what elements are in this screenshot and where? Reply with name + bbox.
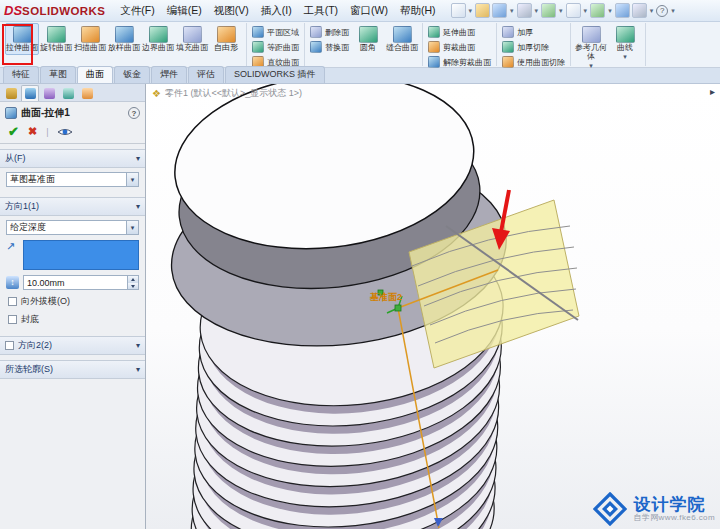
swept-surface-button[interactable]: 扫描曲面 [73,23,107,55]
chevron-down-icon[interactable]: ▾ [670,7,676,15]
tab-sheet-metal[interactable]: 钣金 [114,66,150,83]
tab-solidworks-addins[interactable]: SOLIDWORKS 插件 [225,66,325,83]
feature-manager-tree-tab[interactable] [2,85,20,101]
model-scene[interactable]: 基准面2 [146,84,720,529]
thickened-cut-button[interactable]: 加厚切除 [502,41,565,53]
document-breadcrumb[interactable]: ❖ 零件1 (默认<<默认>_显示状态 1>) [152,87,302,100]
reference-geometry-label: 参考几何体 [575,44,607,62]
knit-surface-button[interactable]: 缝合曲面 [385,23,419,55]
freeform-button[interactable]: 自由形 [209,23,243,55]
select-icon[interactable] [566,3,581,18]
thicken-label: 加厚 [517,27,533,38]
chevron-down-icon[interactable]: ▾ [607,7,613,15]
tab-surfaces[interactable]: 曲面 [77,66,113,83]
save-icon[interactable] [492,3,507,18]
confirm-bar: ✔ ✖ | [0,123,145,144]
draft-outward-row: 向外拔模(O) [8,295,139,308]
reverse-direction-icon[interactable]: ↗ [6,240,19,253]
feature-title: 曲面-拉伸1 [21,106,70,120]
flyout-tree-arrow-icon[interactable]: ▸ [710,86,715,97]
configuration-manager-tab[interactable] [40,85,58,101]
extend-surface-button[interactable]: 延伸曲面 [428,26,491,38]
curves-label: 曲线 [617,44,633,53]
filled-surface-button[interactable]: 填充曲面 [175,23,209,55]
selection-handle[interactable] [395,305,401,311]
chevron-down-icon[interactable]: ▾ [558,7,564,15]
boundary-surface-label: 边界曲面 [142,44,174,53]
depth-spinner[interactable]: 10.00mm [23,275,139,290]
draft-outward-checkbox[interactable] [8,297,17,306]
print-icon[interactable] [517,3,532,18]
graphics-viewport[interactable]: ❖ 零件1 (默认<<默认>_显示状态 1>) ▸ [146,84,720,529]
cut-with-surface-button[interactable]: 使用曲面切除 [502,56,565,68]
direction1-section-header[interactable]: 方向1(1) ▾ [0,197,145,216]
tab-evaluate[interactable]: 评估 [188,66,224,83]
menu-window[interactable]: 窗口(W) [345,2,393,20]
selected-contours-section-header[interactable]: 所选轮廓(S) ▾ [0,360,145,379]
preview-eye-icon[interactable] [57,127,73,137]
extruded-surface-button[interactable]: 拉伸曲面 [5,23,39,55]
file-properties-icon[interactable] [615,3,630,18]
cap-end-checkbox[interactable] [8,315,17,324]
menu-edit[interactable]: 编辑(E) [162,2,207,20]
tab-features[interactable]: 特征 [3,66,39,83]
solidworks-logo: DS SOLIDWORKS [4,3,105,18]
configurations-icon [44,88,55,99]
revolved-surface-icon [47,26,66,43]
planar-surface-button[interactable]: 平面区域 [252,26,299,38]
tab-weldments[interactable]: 焊件 [151,66,187,83]
lofted-surface-button[interactable]: 放样曲面 [107,23,141,55]
fillet-button[interactable]: 圆角 [351,23,385,55]
tab-sketch[interactable]: 草图 [40,66,76,83]
delete-face-button[interactable]: 删除面 [310,26,349,38]
direction2-checkbox[interactable] [5,341,14,350]
chevron-down-icon[interactable]: ▾ [534,7,540,15]
chevron-down-icon[interactable]: ▾ [468,7,474,15]
menu-file[interactable]: 文件(F) [115,2,159,20]
new-document-icon[interactable] [451,3,466,18]
ok-button[interactable]: ✔ [8,124,19,139]
offset-surface-button[interactable]: 等距曲面 [252,41,299,53]
extend-surface-label: 延伸曲面 [443,27,475,38]
spin-down-button[interactable] [128,283,138,290]
revolved-surface-button[interactable]: 旋转曲面 [39,23,73,55]
direction1-label: 方向1(1) [5,200,132,213]
panel-tab-strip [0,84,145,102]
rebuild-icon[interactable] [590,3,605,18]
start-condition-value: 草图基准面 [10,173,126,186]
display-manager-tab[interactable] [78,85,96,101]
menu-help[interactable]: 帮助(H) [395,2,441,20]
open-document-icon[interactable] [475,3,490,18]
cut-with-surface-label: 使用曲面切除 [517,57,565,68]
help-icon[interactable]: ? [128,107,140,119]
menu-insert[interactable]: 插入(I) [256,2,297,20]
chevron-down-icon[interactable]: ▾ [509,7,515,15]
direction-selection-field[interactable] [23,240,139,270]
property-manager-tab[interactable] [21,85,39,101]
direction2-section-header[interactable]: 方向2(2) ▾ [0,336,145,355]
trim-surface-button[interactable]: 剪裁曲面 [428,41,491,53]
property-manager-icon [25,88,36,99]
watermark-title: 设计学院 [633,496,715,514]
reference-geometry-button[interactable]: 参考几何体 ▾ [574,23,608,71]
menu-view[interactable]: 视图(V) [209,2,254,20]
chevron-down-icon[interactable]: ▾ [649,7,655,15]
dimxpert-manager-tab[interactable] [59,85,77,101]
options-icon[interactable] [632,3,647,18]
from-section-header[interactable]: 从(F) ▾ [0,149,145,168]
thicken-button[interactable]: 加厚 [502,26,565,38]
menu-tools[interactable]: 工具(T) [299,2,343,20]
chevron-down-icon: ▾ [623,53,627,61]
replace-face-button[interactable]: 替换面 [310,41,349,53]
help-icon[interactable]: ? [656,5,668,17]
untrim-surface-button[interactable]: 解除剪裁曲面 [428,56,491,68]
watermark-logo-icon [593,492,627,526]
curves-button[interactable]: 曲线 ▾ [608,23,642,62]
boundary-surface-button[interactable]: 边界曲面 [141,23,175,55]
undo-icon[interactable] [541,3,556,18]
extruded-surface-icon [13,26,32,43]
start-condition-dropdown[interactable]: 草图基准面 ▾ [6,172,139,187]
cancel-button[interactable]: ✖ [28,125,37,138]
end-condition-dropdown[interactable]: 给定深度 ▾ [6,220,139,235]
chevron-down-icon[interactable]: ▾ [583,7,589,15]
